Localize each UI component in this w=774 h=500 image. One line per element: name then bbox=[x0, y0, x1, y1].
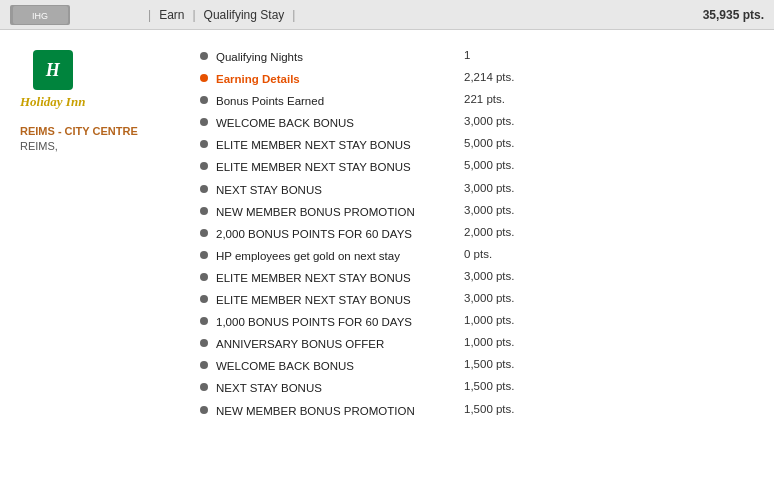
row-value: 1,500 pts. bbox=[464, 403, 515, 415]
row-label: HP employees get gold on next stay bbox=[216, 248, 456, 264]
dot-icon bbox=[200, 361, 208, 369]
detail-row: ELITE MEMBER NEXT STAY BONUS5,000 pts. bbox=[200, 134, 754, 156]
row-label: Bonus Points Earned bbox=[216, 93, 456, 109]
row-label: ELITE MEMBER NEXT STAY BONUS bbox=[216, 137, 456, 153]
dot-icon bbox=[200, 96, 208, 104]
detail-row: 2,000 BONUS POINTS FOR 60 DAYS2,000 pts. bbox=[200, 223, 754, 245]
row-label: 1,000 BONUS POINTS FOR 60 DAYS bbox=[216, 314, 456, 330]
row-label: WELCOME BACK BONUS bbox=[216, 358, 456, 374]
sep-2: | bbox=[192, 8, 195, 22]
dot-icon bbox=[200, 74, 208, 82]
row-value: 3,000 pts. bbox=[464, 270, 515, 282]
brand-name: Holiday Inn bbox=[20, 94, 85, 110]
row-value: 3,000 pts. bbox=[464, 115, 515, 127]
row-value: 1,000 pts. bbox=[464, 336, 515, 348]
row-value: 5,000 pts. bbox=[464, 137, 515, 149]
row-label: Qualifying Nights bbox=[216, 49, 456, 65]
main-content: H Holiday Inn REIMS - CITY CENTRE REIMS,… bbox=[0, 30, 774, 500]
row-value: 221 pts. bbox=[464, 93, 505, 105]
row-value: 2,214 pts. bbox=[464, 71, 515, 83]
dot-icon bbox=[200, 317, 208, 325]
row-label: WELCOME BACK BONUS bbox=[216, 115, 456, 131]
detail-row: ANNIVERSARY BONUS OFFER1,000 pts. bbox=[200, 333, 754, 355]
dot-icon bbox=[200, 383, 208, 391]
row-value: 1,500 pts. bbox=[464, 380, 515, 392]
detail-row: ELITE MEMBER NEXT STAY BONUS3,000 pts. bbox=[200, 289, 754, 311]
dot-icon bbox=[200, 339, 208, 347]
detail-row: ELITE MEMBER NEXT STAY BONUS5,000 pts. bbox=[200, 156, 754, 178]
row-value: 3,000 pts. bbox=[464, 182, 515, 194]
row-label: NEW MEMBER BONUS PROMOTION bbox=[216, 403, 456, 419]
row-value: 3,000 pts. bbox=[464, 204, 515, 216]
details-table: Qualifying Nights1Earning Details2,214 p… bbox=[200, 46, 754, 484]
row-value: 3,000 pts. bbox=[464, 292, 515, 304]
detail-row: 1,000 BONUS POINTS FOR 60 DAYS1,000 pts. bbox=[200, 311, 754, 333]
hotel-city: REIMS, bbox=[20, 140, 58, 152]
dot-icon bbox=[200, 118, 208, 126]
sep-1: | bbox=[148, 8, 151, 22]
row-value: 1,000 pts. bbox=[464, 314, 515, 326]
sep-3: | bbox=[292, 8, 295, 22]
row-label: ELITE MEMBER NEXT STAY BONUS bbox=[216, 270, 456, 286]
holiday-inn-logo: H Holiday Inn bbox=[20, 50, 85, 110]
row-label: ELITE MEMBER NEXT STAY BONUS bbox=[216, 292, 456, 308]
detail-row: HP employees get gold on next stay0 pts. bbox=[200, 245, 754, 267]
dot-icon bbox=[200, 185, 208, 193]
dot-icon bbox=[200, 52, 208, 60]
total-points: 35,935 pts. bbox=[703, 8, 764, 22]
row-label: NEW MEMBER BONUS PROMOTION bbox=[216, 204, 456, 220]
detail-row: ELITE MEMBER NEXT STAY BONUS3,000 pts. bbox=[200, 267, 754, 289]
row-label: NEXT STAY BONUS bbox=[216, 380, 456, 396]
detail-row: NEXT STAY BONUS1,500 pts. bbox=[200, 377, 754, 399]
dot-icon bbox=[200, 207, 208, 215]
detail-row: WELCOME BACK BONUS1,500 pts. bbox=[200, 355, 754, 377]
detail-row: NEXT STAY BONUS3,000 pts. bbox=[200, 179, 754, 201]
hotel-name-link[interactable]: REIMS - CITY CENTRE bbox=[20, 124, 138, 138]
dot-icon bbox=[200, 251, 208, 259]
row-value: 1,500 pts. bbox=[464, 358, 515, 370]
row-value: 0 pts. bbox=[464, 248, 492, 260]
dot-icon bbox=[200, 273, 208, 281]
row-label: 2,000 BONUS POINTS FOR 60 DAYS bbox=[216, 226, 456, 242]
detail-row: WELCOME BACK BONUS3,000 pts. bbox=[200, 112, 754, 134]
detail-row: NEW MEMBER BONUS PROMOTION3,000 pts. bbox=[200, 201, 754, 223]
dot-icon bbox=[200, 162, 208, 170]
detail-row: Earning Details2,214 pts. bbox=[200, 68, 754, 90]
hotel-info: H Holiday Inn REIMS - CITY CENTRE REIMS, bbox=[20, 46, 180, 484]
row-label: ANNIVERSARY BONUS OFFER bbox=[216, 336, 456, 352]
detail-row: Bonus Points Earned221 pts. bbox=[200, 90, 754, 112]
row-value: 2,000 pts. bbox=[464, 226, 515, 238]
dot-icon bbox=[200, 295, 208, 303]
header-logo-area: IHG bbox=[10, 5, 140, 25]
header-logo: IHG bbox=[10, 5, 70, 25]
row-label: ELITE MEMBER NEXT STAY BONUS bbox=[216, 159, 456, 175]
row-value: 1 bbox=[464, 49, 470, 61]
detail-row: NEW MEMBER BONUS PROMOTION1,500 pts. bbox=[200, 400, 754, 422]
row-value: 5,000 pts. bbox=[464, 159, 515, 171]
detail-row: Qualifying Nights1 bbox=[200, 46, 754, 68]
svg-text:IHG: IHG bbox=[31, 11, 47, 21]
row-label: Earning Details bbox=[216, 71, 456, 87]
dot-icon bbox=[200, 406, 208, 414]
qualifying-stay-link[interactable]: Qualifying Stay bbox=[204, 8, 285, 22]
row-label: NEXT STAY BONUS bbox=[216, 182, 456, 198]
earn-link[interactable]: Earn bbox=[159, 8, 184, 22]
hi-badge-icon: H bbox=[33, 50, 73, 90]
dot-icon bbox=[200, 229, 208, 237]
header-bar: IHG | Earn | Qualifying Stay | 35,935 pt… bbox=[0, 0, 774, 30]
dot-icon bbox=[200, 140, 208, 148]
